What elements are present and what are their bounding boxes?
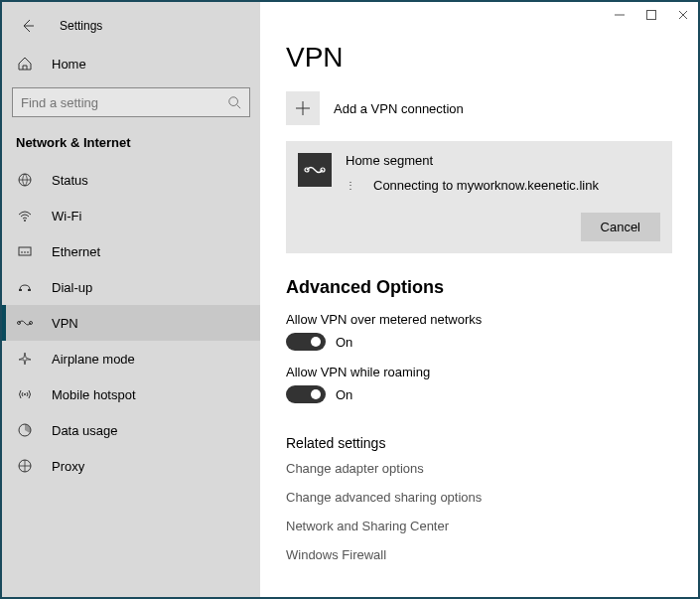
svg-point-6 bbox=[18, 322, 21, 325]
arrow-left-icon bbox=[20, 18, 36, 34]
search-input[interactable] bbox=[13, 95, 219, 110]
globe-icon bbox=[16, 172, 34, 188]
related-heading: Related settings bbox=[286, 435, 672, 451]
link-firewall[interactable]: Windows Firewall bbox=[286, 547, 672, 562]
roaming-toggle[interactable] bbox=[286, 385, 326, 403]
svg-point-0 bbox=[229, 97, 238, 106]
add-vpn-label: Add a VPN connection bbox=[334, 101, 464, 116]
page-title: VPN bbox=[286, 42, 672, 74]
svg-rect-11 bbox=[647, 11, 656, 20]
roaming-label: Allow VPN while roaming bbox=[286, 365, 672, 379]
sidebar-item-wifi[interactable]: Wi-Fi bbox=[2, 198, 260, 233]
ethernet-icon bbox=[16, 243, 34, 259]
sidebar: Settings Home Network & Internet Stat bbox=[2, 2, 260, 597]
proxy-icon bbox=[16, 458, 34, 474]
svg-point-2 bbox=[24, 220, 26, 222]
sidebar-home[interactable]: Home bbox=[2, 48, 260, 79]
sidebar-item-label: Proxy bbox=[52, 459, 84, 474]
connecting-spinner-icon: ⋮ bbox=[346, 180, 355, 191]
search-icon bbox=[219, 95, 249, 109]
wifi-icon bbox=[16, 208, 34, 224]
sidebar-item-datausage[interactable]: Data usage bbox=[2, 412, 260, 448]
back-button[interactable] bbox=[16, 14, 40, 38]
sidebar-nav: Status Wi-Fi Ethernet Dial-up bbox=[2, 162, 260, 484]
minimize-button[interactable] bbox=[613, 8, 627, 22]
sidebar-item-label: Status bbox=[52, 173, 88, 188]
vpn-connection-status: Connecting to myworknow.keenetic.link bbox=[373, 178, 599, 193]
vpn-connection-name: Home segment bbox=[346, 153, 660, 168]
svg-point-8 bbox=[24, 393, 26, 395]
sidebar-item-label: Data usage bbox=[52, 423, 118, 438]
vpn-icon bbox=[16, 315, 34, 331]
sidebar-item-ethernet[interactable]: Ethernet bbox=[2, 233, 260, 269]
hotspot-icon bbox=[16, 386, 34, 402]
sidebar-item-label: Airplane mode bbox=[52, 352, 135, 367]
svg-rect-4 bbox=[19, 289, 22, 291]
home-label: Home bbox=[52, 57, 86, 72]
sidebar-item-label: VPN bbox=[52, 316, 78, 331]
metered-label: Allow VPN over metered networks bbox=[286, 312, 672, 327]
main-panel: VPN Add a VPN connection Home segment ⋮ … bbox=[260, 2, 698, 597]
dialup-icon bbox=[16, 279, 34, 295]
search-input-wrap bbox=[12, 87, 250, 117]
close-button[interactable] bbox=[676, 8, 690, 22]
category-label: Network & Internet bbox=[2, 131, 260, 162]
airplane-icon bbox=[16, 351, 34, 367]
metered-toggle[interactable] bbox=[286, 333, 326, 351]
sidebar-item-dialup[interactable]: Dial-up bbox=[2, 269, 260, 305]
sidebar-item-proxy[interactable]: Proxy bbox=[2, 448, 260, 484]
vpn-connection-icon bbox=[298, 153, 332, 187]
app-title: Settings bbox=[60, 19, 102, 33]
plus-icon bbox=[286, 91, 320, 125]
link-sharing-options[interactable]: Change advanced sharing options bbox=[286, 490, 672, 505]
sidebar-item-airplane[interactable]: Airplane mode bbox=[2, 341, 260, 376]
vpn-connection-card[interactable]: Home segment ⋮ Connecting to myworknow.k… bbox=[286, 141, 672, 253]
datausage-icon bbox=[16, 422, 34, 438]
advanced-heading: Advanced Options bbox=[286, 277, 672, 298]
sidebar-item-vpn[interactable]: VPN bbox=[2, 305, 260, 341]
roaming-state: On bbox=[336, 387, 352, 402]
link-sharing-center[interactable]: Network and Sharing Center bbox=[286, 519, 672, 533]
sidebar-item-label: Mobile hotspot bbox=[52, 387, 136, 402]
add-vpn-button[interactable]: Add a VPN connection bbox=[286, 91, 672, 125]
link-adapter-options[interactable]: Change adapter options bbox=[286, 461, 672, 476]
sidebar-item-label: Dial-up bbox=[52, 280, 92, 295]
sidebar-item-hotspot[interactable]: Mobile hotspot bbox=[2, 376, 260, 412]
metered-state: On bbox=[336, 335, 352, 350]
maximize-button[interactable] bbox=[644, 8, 658, 22]
sidebar-item-status[interactable]: Status bbox=[2, 162, 260, 198]
cancel-button[interactable]: Cancel bbox=[581, 213, 660, 241]
home-icon bbox=[16, 56, 34, 72]
sidebar-item-label: Wi-Fi bbox=[52, 209, 81, 224]
svg-rect-5 bbox=[28, 289, 31, 291]
sidebar-item-label: Ethernet bbox=[52, 244, 100, 259]
